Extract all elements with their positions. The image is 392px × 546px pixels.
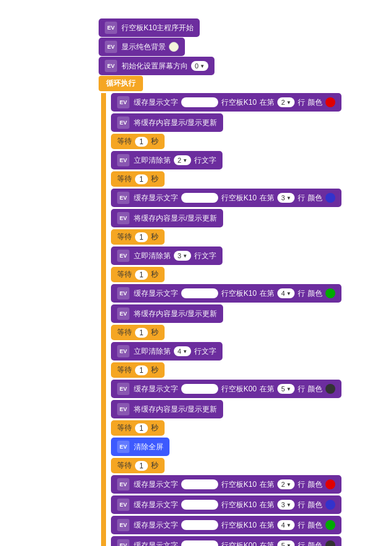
group1-clear-block[interactable]: EV 立即清除第 2 行文字 (111, 151, 223, 169)
show4-label: 将缓存内容显示/显示更新 (134, 404, 217, 415)
mcache1-icon: EV (117, 478, 129, 491)
show-bg-block[interactable]: EV 显示纯色背景 (99, 38, 185, 56)
group3-clear-block[interactable]: EV 立即清除第 4 行文字 (111, 342, 223, 361)
group3-wait2-block[interactable]: 等待 1 秒 (111, 362, 165, 378)
mcache2-row-dropdown[interactable]: 3 (277, 500, 295, 510)
clear1-icon: EV (117, 154, 129, 166)
mcache4-row-dropdown[interactable]: 5 (277, 540, 295, 546)
show2-icon: EV (117, 212, 129, 224)
cache1-color-dot (325, 97, 335, 107)
cache1-label: 缓存显示文字 (134, 97, 178, 108)
mcache2-row-suffix: 行 颜色 (298, 500, 322, 510)
group2-show-block[interactable]: EV 将缓存内容显示/显示更新 (111, 209, 223, 227)
mcache3-row-label: 在第 (259, 520, 274, 531)
clear3-row-dropdown[interactable]: 4 (174, 346, 191, 356)
cache4-label: 缓存显示文字 (134, 384, 178, 394)
show-bg-label: 显示纯色背景 (121, 42, 166, 52)
cache1-input[interactable] (181, 97, 218, 107)
hat-block[interactable]: EV 行空板K10主程序开始 (99, 18, 200, 37)
multi-cache4-block[interactable]: EV 缓存显示文字 行空板K00 在第 5 行 颜色 (111, 536, 341, 546)
clear2-icon: EV (117, 250, 129, 262)
group1-cache-block[interactable]: EV 缓存显示文字 行空板K10 在第 2 行 颜色 (111, 93, 341, 112)
group4-wait2-block[interactable]: 等待 1 秒 (111, 458, 165, 473)
wait2-unit: 秒 (151, 174, 158, 184)
group2-cache-row: EV 缓存显示文字 行空板K10 在第 3 行 颜色 (111, 189, 386, 207)
loop-body: EV 缓存显示文字 行空板K10 在第 2 行 颜色 EV 将缓存内容显示/显示… (101, 93, 386, 546)
cache4-input[interactable] (181, 384, 218, 394)
loop-label: 循环执行 (99, 76, 143, 91)
clearall1-label: 清除全屏 (134, 442, 163, 452)
wait7-label: 等待 (117, 423, 132, 433)
wait5-unit: 秒 (151, 327, 158, 338)
mcache1-row-dropdown[interactable]: 2 (277, 479, 295, 489)
multi-cache3-block[interactable]: EV 缓存显示文字 行空板K10 在第 4 行 颜色 (111, 516, 341, 534)
cache2-row-dropdown[interactable]: 3 (277, 193, 295, 203)
mcache3-color-dot (325, 520, 335, 530)
init-screen-row: EV 初始化设置屏幕方向 0 (99, 57, 386, 75)
group3-cache-block[interactable]: EV 缓存显示文字 行空板K10 在第 4 行 颜色 (111, 284, 341, 303)
group3-wait1-block[interactable]: 等待 1 秒 (111, 325, 165, 340)
cache4-row-dropdown[interactable]: 5 (277, 384, 295, 394)
mcache4-input[interactable] (181, 540, 218, 546)
group1-show-row: EV 将缓存内容显示/显示更新 (111, 113, 386, 132)
group2-wait1-block[interactable]: 等待 1 秒 (111, 229, 165, 245)
show4-icon: EV (117, 403, 129, 415)
group4-wait2-row: 等待 1 秒 (111, 458, 386, 473)
show1-icon: EV (117, 116, 129, 129)
cache3-input[interactable] (181, 288, 218, 298)
wait1-unit: 秒 (151, 136, 158, 147)
cache1-row-label: 在第 (259, 97, 274, 108)
show2-label: 将缓存内容显示/显示更新 (134, 213, 217, 224)
cache2-icon: EV (117, 192, 129, 204)
multi-cache1-block[interactable]: EV 缓存显示文字 行空板K10 在第 2 行 颜色 (111, 475, 341, 494)
multi-cache2-block[interactable]: EV 缓存显示文字 行空板K10 在第 3 行 颜色 (111, 495, 341, 514)
group1-cache-row: EV 缓存显示文字 行空板K10 在第 2 行 颜色 (111, 93, 386, 112)
group1-show-block[interactable]: EV 将缓存内容显示/显示更新 (111, 113, 223, 132)
group3-show-block[interactable]: EV 将缓存内容显示/显示更新 (111, 304, 223, 323)
group1-wait2-block[interactable]: 等待 1 秒 (111, 171, 165, 187)
mcache1-device: 行空板K10 (221, 479, 256, 490)
clearall1-icon: EV (117, 441, 129, 453)
wait2-val: 1 (135, 174, 148, 184)
clear2-row-dropdown[interactable]: 3 (174, 251, 191, 261)
clear2-suffix: 行文字 (194, 251, 216, 261)
screen-direction-dropdown[interactable]: 0 (191, 61, 208, 71)
multi-cache4-row: EV 缓存显示文字 行空板K00 在第 5 行 颜色 (111, 536, 386, 546)
group1: EV 缓存显示文字 行空板K10 在第 2 行 颜色 EV 将缓存内容显示/显示… (111, 93, 386, 187)
show3-icon: EV (117, 308, 129, 320)
wait7-unit: 秒 (151, 423, 158, 433)
cache1-row-suffix: 行 颜色 (298, 97, 322, 108)
group3-show-row: EV 将缓存内容显示/显示更新 (111, 304, 386, 323)
group2-wait2-block[interactable]: 等待 1 秒 (111, 267, 165, 282)
group4-cache-block[interactable]: EV 缓存显示文字 行空板K00 在第 5 行 颜色 (111, 380, 341, 398)
group4-clearall-row: EV 清除全屏 (111, 438, 386, 456)
group4-wait1-block[interactable]: 等待 1 秒 (111, 420, 165, 436)
cache3-row-dropdown[interactable]: 4 (277, 288, 295, 298)
group4-show-block[interactable]: EV 将缓存内容显示/显示更新 (111, 400, 223, 418)
group2-cache-block[interactable]: EV 缓存显示文字 行空板K10 在第 3 行 颜色 (111, 189, 341, 207)
clear1-row-dropdown[interactable]: 2 (174, 155, 191, 165)
group3-cache-row: EV 缓存显示文字 行空板K10 在第 4 行 颜色 (111, 284, 386, 303)
mcache1-input[interactable] (181, 479, 218, 489)
cache2-input[interactable] (181, 193, 218, 203)
group2-clear-block[interactable]: EV 立即清除第 3 行文字 (111, 247, 223, 265)
multi-group: EV 缓存显示文字 行空板K10 在第 2 行 颜色 EV 缓存显示文字 行空板… (111, 475, 386, 546)
mcache2-label: 缓存显示文字 (134, 500, 178, 510)
cache1-row-dropdown[interactable]: 2 (277, 97, 295, 107)
group4-wait1-row: 等待 1 秒 (111, 420, 386, 436)
mcache2-input[interactable] (181, 500, 218, 510)
cache1-icon: EV (117, 96, 129, 108)
group4-clearall-block[interactable]: EV 清除全屏 (111, 438, 169, 456)
group4-cache-row: EV 缓存显示文字 行空板K00 在第 5 行 颜色 (111, 380, 386, 398)
wait1-label: 等待 (117, 136, 132, 147)
mcache3-row-suffix: 行 颜色 (298, 520, 322, 531)
cache4-icon: EV (117, 383, 129, 395)
mcache3-input[interactable] (181, 520, 218, 530)
mcache2-row-label: 在第 (259, 500, 274, 510)
init-screen-block[interactable]: EV 初始化设置屏幕方向 0 (99, 57, 214, 75)
group1-wait1-block[interactable]: 等待 1 秒 (111, 134, 165, 149)
cache4-color-dot (325, 384, 335, 394)
cache3-row-label: 在第 (259, 288, 274, 299)
group3: EV 缓存显示文字 行空板K10 在第 4 行 颜色 EV 将缓存内容显示/显示… (111, 284, 386, 378)
mcache3-row-dropdown[interactable]: 4 (277, 520, 295, 530)
